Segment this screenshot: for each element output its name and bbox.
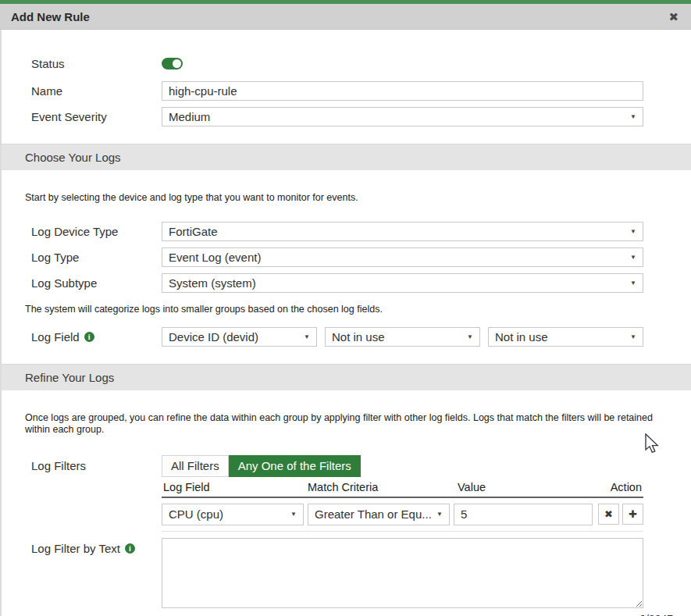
log-subtype-select[interactable]: System (system) ▼ [162,273,643,293]
filter-value-input[interactable] [454,504,593,525]
filter-match-criteria-select[interactable]: Greater Than or Equ... ▼ [308,504,450,525]
any-one-of-the-filters-button[interactable]: Any One of the Filters [229,455,361,477]
section-choose-your-logs: Choose Your Logs [2,144,691,170]
log-filter-by-text-row: Log Filter by Text i [2,538,691,611]
filter-log-field-select[interactable]: CPU (cpu) ▼ [162,504,304,525]
filter-log-field-value: CPU (cpu) [169,507,223,521]
log-device-type-row: Log Device Type FortiGate ▼ [2,222,691,241]
log-type-label: Log Type [2,251,162,264]
choose-description: Start by selecting the device and log ty… [25,192,671,205]
log-field-select-3[interactable]: Not in use ▼ [488,327,643,347]
chevron-down-icon: ▼ [290,511,297,518]
log-filters-row: Log Filters All Filters Any One of the F… [2,455,691,532]
filter-mode-group: All Filters Any One of the Filters [162,455,643,477]
log-filter-by-text-label-text: Log Filter by Text [31,542,120,555]
dialog-body: Status Name Event Severity Medium ▼ Choo… [0,30,691,616]
log-field-label: Log Field i [2,330,162,344]
log-subtype-row: Log Subtype System (system) ▼ [2,273,691,293]
toggle-knob [173,59,181,68]
filter-table-header: Log Field Match Criteria Value Action [162,477,643,498]
chevron-down-icon: ▼ [630,113,636,120]
log-filters-label: Log Filters [2,455,162,472]
character-counter: 0/2047 [2,613,673,616]
all-filters-button[interactable]: All Filters [162,455,229,477]
chevron-down-icon: ▼ [630,333,636,340]
categorize-note: The system will categorize logs into sma… [25,304,671,315]
status-label: Status [2,57,162,70]
column-log-field: Log Field [162,481,308,493]
plus-icon: ✚ [629,508,637,520]
log-subtype-label: Log Subtype [2,276,162,290]
severity-value: Medium [169,110,210,123]
info-icon[interactable]: i [125,543,135,554]
refine-description: Once logs are grouped, you can refine th… [25,412,671,436]
name-input[interactable] [162,81,643,101]
log-type-row: Log Type Event Log (event) ▼ [2,247,691,267]
chevron-down-icon: ▼ [630,228,636,235]
severity-select[interactable]: Medium ▼ [162,107,643,126]
chevron-down-icon: ▼ [304,333,310,340]
log-filter-by-text-label: Log Filter by Text i [2,538,162,555]
column-action: Action [598,481,643,493]
section-title: Choose Your Logs [25,151,121,164]
chevron-down-icon: ▼ [630,254,636,261]
name-row: Name [2,81,691,101]
log-field-select-2[interactable]: Not in use ▼ [325,327,480,347]
log-device-type-label: Log Device Type [2,225,162,238]
log-subtype-value: System (system) [169,276,256,290]
remove-filter-button[interactable]: ✖ [598,504,619,525]
column-match-criteria: Match Criteria [308,481,458,493]
status-row: Status [2,57,691,70]
dialog-titlebar: Add New Rule ✖ [0,4,691,30]
log-device-type-select[interactable]: FortiGate ▼ [162,222,643,241]
log-field-label-text: Log Field [31,330,80,344]
close-icon[interactable]: ✖ [668,11,679,23]
status-toggle[interactable] [162,58,183,69]
log-field-select-1-value: Device ID (devid) [169,330,258,344]
section-refine-your-logs: Refine Your Logs [2,364,691,390]
severity-row: Event Severity Medium ▼ [2,107,691,126]
column-value: Value [458,481,598,493]
log-field-row: Log Field i Device ID (devid) ▼ Not in u… [2,327,691,347]
log-device-type-value: FortiGate [169,225,218,238]
chevron-down-icon: ▼ [436,511,443,518]
chevron-down-icon: ▼ [467,333,473,340]
log-type-select[interactable]: Event Log (event) ▼ [162,247,643,267]
add-filter-button[interactable]: ✚ [622,504,643,525]
name-label: Name [2,84,162,98]
log-field-select-3-value: Not in use [495,330,548,344]
section-title: Refine Your Logs [25,371,114,384]
log-field-select-2-value: Not in use [332,330,385,344]
close-icon: ✖ [604,508,613,520]
filter-table: Log Field Match Criteria Value Action CP… [162,477,643,532]
log-field-select-1[interactable]: Device ID (devid) ▼ [162,327,317,347]
dialog-title: Add New Rule [11,10,90,23]
log-type-value: Event Log (event) [169,251,261,264]
filter-match-criteria-value: Greater Than or Equ... [315,507,432,521]
filter-row: CPU (cpu) ▼ Greater Than or Equ... ▼ ✖ ✚ [162,498,643,532]
info-icon[interactable]: i [84,332,94,342]
severity-label: Event Severity [2,110,162,123]
chevron-down-icon: ▼ [630,280,636,287]
log-filter-text-area[interactable] [162,538,643,608]
